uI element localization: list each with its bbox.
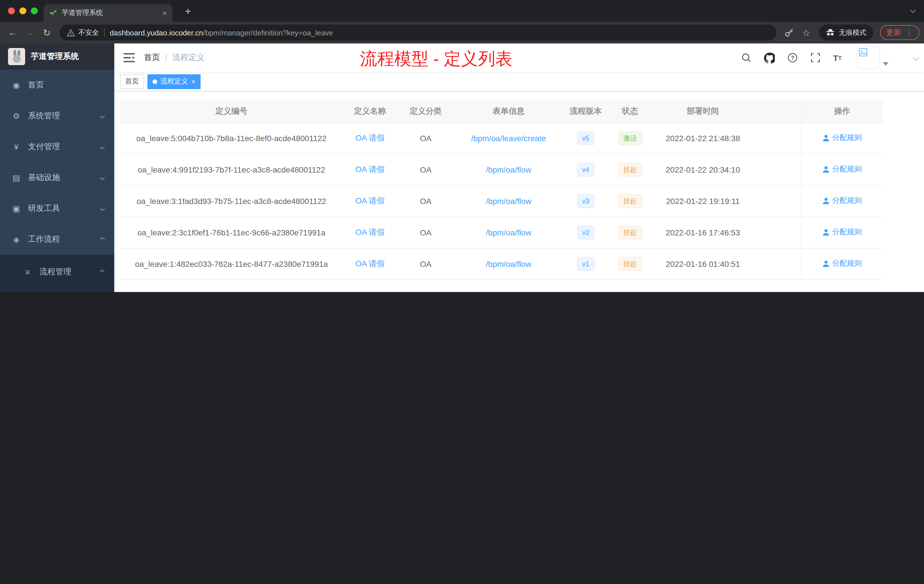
address-bar[interactable]: 不安全 dashboard.yudao.iocoder.cn/bpm/manag… xyxy=(59,25,777,41)
sidebar-item-infrastructure[interactable]: ▤ 基础设施 xyxy=(0,162,114,193)
browser-toolbar: ← → ↻ 不安全 dashboard.yudao.iocoder.cn/bpm… xyxy=(0,22,924,43)
github-icon[interactable] xyxy=(757,52,781,63)
header-deploy-time: 部署时间 xyxy=(652,101,754,122)
incognito-label: 无痕模式 xyxy=(839,28,866,38)
assign-rule-link[interactable]: 分配规则 xyxy=(823,227,862,238)
version-badge: v4 xyxy=(577,163,594,176)
help-icon[interactable]: ? xyxy=(781,53,804,63)
sidebar-item-payment[interactable]: ¥ 支付管理 xyxy=(0,132,114,162)
password-key-icon[interactable] xyxy=(781,25,797,41)
definition-name-link[interactable]: OA 请假 xyxy=(355,164,385,173)
hamburger-button[interactable] xyxy=(114,53,144,63)
version-badge: v3 xyxy=(577,194,594,208)
breadcrumb: 首页 / 流程定义 xyxy=(144,53,205,63)
definition-name-link[interactable]: OA 请假 xyxy=(355,227,385,236)
chevron-up-icon xyxy=(100,269,105,274)
user-icon xyxy=(823,260,830,267)
tag-home[interactable]: 首页 xyxy=(120,74,144,89)
workflow-submenu: ≡ 流程管理 ▥ 流程表单 ☻ 用户分组 ✈ 流程模型 ⚑ xyxy=(0,255,114,292)
form-link[interactable]: /bpm/oa/flow xyxy=(486,228,531,237)
security-chip[interactable]: 不安全 xyxy=(67,28,99,38)
page-content: 定义编号 定义名称 定义分类 表单信息 流程版本 状态 部署时间 操作 xyxy=(114,91,924,292)
url-divider xyxy=(104,28,105,36)
forward-button[interactable]: → xyxy=(22,25,38,41)
form-link[interactable]: /bpm/oa/leave/create xyxy=(471,134,546,143)
monitor-icon: ▤ xyxy=(12,173,21,182)
sidebar-item-home[interactable]: ◉ 首页 xyxy=(0,70,114,101)
table-row: oa_leave:4:991f2193-7b7f-11ec-a3c8-acde4… xyxy=(120,154,883,185)
sidebar-item-process-manage[interactable]: ≡ 流程管理 xyxy=(0,257,114,286)
hamburger-icon xyxy=(124,53,135,63)
tag-process-definition[interactable]: 流程定义 × xyxy=(147,74,201,89)
cell-definition-id: oa_leave:4:991f2193-7b7f-11ec-a3c8-acde4… xyxy=(120,154,343,185)
definition-name-link[interactable]: OA 请假 xyxy=(355,196,385,205)
table-row: oa_leave:5:004b710b-7b8a-11ec-8ef0-acde4… xyxy=(120,122,883,154)
browser-menu-icon[interactable]: ⋮ xyxy=(905,28,913,37)
sidebar-logo[interactable]: 芋道管理系统 xyxy=(0,43,114,70)
user-icon xyxy=(823,229,830,236)
minimize-window-button[interactable] xyxy=(20,7,26,14)
definition-name-link[interactable]: OA 请假 xyxy=(355,259,385,268)
close-window-button[interactable] xyxy=(8,7,15,14)
favicon-icon xyxy=(49,9,57,17)
app-navbar: 首页 / 流程定义 流程模型 - 定义列表 xyxy=(114,43,924,72)
version-badge: v2 xyxy=(577,226,594,239)
font-size-icon[interactable]: TT xyxy=(827,53,848,63)
sidebar-item-system[interactable]: ⚙ 系统管理 xyxy=(0,101,114,132)
broken-image-icon xyxy=(859,48,868,56)
definition-name-link[interactable]: OA 请假 xyxy=(355,133,385,142)
definition-table: 定义编号 定义名称 定义分类 表单信息 流程版本 状态 部署时间 操作 xyxy=(120,101,883,280)
sidebar-item-devtools[interactable]: ▣ 研发工具 xyxy=(0,193,114,224)
fullscreen-icon[interactable] xyxy=(804,53,827,63)
bookmark-star-icon[interactable]: ☆ xyxy=(798,25,814,41)
cell-category: OA xyxy=(397,216,454,248)
workflow-icon: ◈ xyxy=(12,235,21,244)
url-domain: dashboard.yudao.iocoder.cn xyxy=(110,28,203,37)
sidebar-item-process-form[interactable]: ▥ 流程表单 xyxy=(0,286,114,292)
header-definition-id: 定义编号 xyxy=(120,101,343,122)
cell-deploy-time: 2022-01-22 19:19:11 xyxy=(652,185,754,216)
header-process-version: 流程版本 xyxy=(563,101,609,122)
tab-search-chevron-icon[interactable] xyxy=(910,7,916,13)
cell-category: OA xyxy=(397,122,454,154)
cell-definition-id: oa_leave:5:004b710b-7b8a-11ec-8ef0-acde4… xyxy=(120,122,343,154)
zoom-window-button[interactable] xyxy=(31,7,38,14)
reload-button[interactable]: ↻ xyxy=(39,25,55,41)
url-path: /bpm/manager/definition?key=oa_leave xyxy=(203,28,333,37)
assign-rule-link[interactable]: 分配规则 xyxy=(823,164,862,175)
browser-tab[interactable]: 芋道管理系统 × xyxy=(43,4,173,22)
breadcrumb-current: 流程定义 xyxy=(173,53,205,63)
table-row: oa_leave:1:482ec033-762a-11ec-8477-a2380… xyxy=(120,248,883,279)
warning-triangle-icon xyxy=(67,29,75,36)
browser-update-button[interactable]: 更新 ⋮ xyxy=(880,25,919,40)
search-icon[interactable] xyxy=(734,53,757,63)
table-header-row: 定义编号 定义名称 定义分类 表单信息 流程版本 状态 部署时间 操作 xyxy=(120,101,883,122)
form-link[interactable]: /bpm/oa/flow xyxy=(486,165,531,174)
breadcrumb-home[interactable]: 首页 xyxy=(144,53,160,63)
tag-close-icon[interactable]: × xyxy=(191,78,195,85)
assign-rule-link[interactable]: 分配规则 xyxy=(823,196,862,206)
sidebar-item-workflow[interactable]: ◈ 工作流程 xyxy=(0,224,114,255)
back-button[interactable]: ← xyxy=(5,25,21,41)
form-link[interactable]: /bpm/oa/flow xyxy=(486,259,531,268)
breadcrumb-separator: / xyxy=(165,53,167,62)
yen-icon: ¥ xyxy=(12,142,21,152)
new-tab-button[interactable]: + xyxy=(181,4,195,19)
screen: 芋道管理系统 × + ← → ↻ 不安全 dashboard.yudao.ioc… xyxy=(0,0,924,292)
cell-definition-id: oa_leave:1:482ec033-762a-11ec-8477-a2380… xyxy=(120,248,343,279)
app-frame: 芋道管理系统 ◉ 首页 ⚙ 系统管理 ¥ 支付管理 ▤ 基础设施 xyxy=(0,43,924,292)
header-definition-category: 定义分类 xyxy=(397,101,454,122)
header-operation: 操作 xyxy=(801,101,883,122)
assign-rule-link[interactable]: 分配规则 xyxy=(823,133,862,143)
status-badge: 挂起 xyxy=(618,194,642,208)
table-row: oa_leave:2:3c1f0ef1-76b1-11ec-9c66-a2380… xyxy=(120,216,883,248)
browser-tabstrip: 芋道管理系统 × + xyxy=(0,0,924,22)
assign-rule-link[interactable]: 分配规则 xyxy=(823,259,862,269)
tab-close-icon[interactable]: × xyxy=(162,9,167,17)
url-text: dashboard.yudao.iocoder.cn/bpm/manager/d… xyxy=(110,28,333,37)
form-link[interactable]: /bpm/oa/flow xyxy=(486,196,531,205)
avatar xyxy=(857,46,880,69)
avatar-dropdown[interactable] xyxy=(857,46,889,69)
main-area: 首页 / 流程定义 流程模型 - 定义列表 xyxy=(114,43,924,292)
user-icon xyxy=(823,134,830,142)
